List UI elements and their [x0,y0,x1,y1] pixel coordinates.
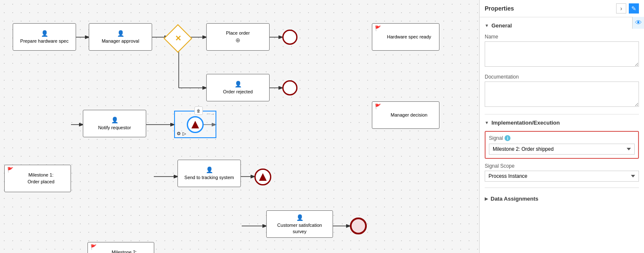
user-icon: 👤 [41,30,48,37]
implementation-section-header[interactable]: ▼ Implementation/Execution [485,120,639,126]
panel-header-icons: › ✎ [616,3,639,14]
user-icon-6: 👤 [296,214,303,221]
task-label-2: Manager approval [102,38,139,44]
milestone-label-1: Milestone 1:Order placed [8,172,67,185]
name-field-group: Name [485,34,639,68]
user-icon-2: 👤 [117,30,124,37]
task-prepare-hardware[interactable]: 👤 Prepare hardware spec [13,23,76,51]
delete-btn[interactable]: 🗑 [194,106,203,115]
signal-triangle [191,121,199,128]
scope-select[interactable]: Process Instance Global [485,171,639,182]
da-section-label: Data Assignments [491,196,538,202]
task-label: Prepare hardware spec [20,38,68,44]
bpmn-canvas[interactable]: 👤 Prepare hardware spec 👤 Manager approv… [0,0,479,253]
panel-content: ▼ General Name Documentation ▼ Implement… [480,17,644,209]
edit-panel-btn[interactable]: ✎ [629,3,639,14]
signal-label: Signal i [489,135,635,141]
signal-bottom-icons: ⚙ ▷ [177,131,186,136]
end-event-1 [282,30,297,45]
flag-icon-3: 🚩 [7,167,14,174]
task-order-rejected[interactable]: 👤 Order rejected [206,74,270,101]
doc-input[interactable] [485,82,639,107]
task-label-4: Hardware spec ready [376,34,436,40]
scope-label: Signal Scope [485,163,639,169]
task-manager-approval[interactable]: 👤 Manager approval [89,23,152,51]
signal-triangle-2 [259,173,267,181]
flag-icon-2: 🚩 [375,103,381,110]
milestone-label-2: Milestone 2:Order shipped [91,249,150,253]
task-manager-decision[interactable]: 🚩 Manager decision [372,101,439,129]
properties-panel: Properties › ✎ 👁 ▼ General Name Document… [479,0,644,253]
milestone-order-placed[interactable]: 🚩 Milestone 1:Order placed [4,165,71,192]
general-section-label: General [491,22,512,29]
task-label-6: Manager decision [376,112,436,118]
impl-toggle-icon: ▼ [485,120,489,125]
signal-throw-circle[interactable] [187,116,204,133]
flag-icon-4: 🚩 [90,244,97,251]
data-assignments-section-header[interactable]: ▶ Data Assignments [485,193,639,204]
end-event-2 [282,80,297,95]
scope-label-text: Signal Scope [485,163,515,169]
doc-field-group: Documentation [485,74,639,108]
task-place-order[interactable]: Place order ⊕ [206,23,270,51]
doc-label-text: Documentation [485,74,519,80]
scope-field-group: Signal Scope Process Instance Global [485,163,639,182]
name-input[interactable] [485,41,639,67]
task-survey[interactable]: 👤 Customer satisfcation survey [266,210,333,238]
task-send-tracking[interactable]: 👤 Send to tracking system [177,160,241,187]
general-toggle-icon: ▼ [485,23,489,28]
name-label: Name [485,34,639,40]
signal-throw-selected-box[interactable]: 🗑 ···→ ⚙ ▷ [174,111,216,138]
task-hardware-spec-ready[interactable]: 🚩 Hardware spec ready [372,23,439,51]
arrow-continue-icon: ···→ [207,112,215,116]
gateway-element[interactable]: ✕ [166,27,190,50]
task-label-9: Customer satisfcation survey [270,222,329,234]
signal-field-box: Signal i Milestone 2: Order shipped Mile… [485,131,639,159]
general-section-header[interactable]: ▼ General [485,22,639,29]
task-notify-requestor[interactable]: 👤 Notify requestor [83,110,146,137]
section-divider-2 [485,188,639,188]
da-toggle-icon: ▶ [485,196,488,201]
signal-select[interactable]: Milestone 2: Order shipped Milestone 1: … [489,144,635,155]
signal-info-icon[interactable]: i [505,135,510,141]
flag-icon-1: 🚩 [375,25,381,32]
gateway-icon: ✕ [175,35,181,42]
panel-header: Properties › ✎ [480,0,644,17]
signal-throw-2[interactable] [254,169,271,185]
task-label-3: Place order [226,30,250,36]
visibility-toggle[interactable]: 👁 [632,17,644,29]
end-event-3 [350,218,367,234]
milestone-order-shipped[interactable]: 🚩 Milestone 2:Order shipped [87,242,154,253]
collapse-panel-btn[interactable]: › [616,3,626,14]
name-label-text: Name [485,34,498,40]
task-label-5: Order rejected [223,89,253,95]
plus-icon: ⊕ [235,36,240,44]
task-label-7: Notify requestor [98,125,131,131]
doc-label: Documentation [485,74,639,80]
panel-title: Properties [485,5,514,12]
section-divider [485,114,639,114]
impl-section-label: Implementation/Execution [491,120,560,126]
user-icon-3: 👤 [235,80,242,88]
user-icon-4: 👤 [111,116,118,124]
user-icon-5: 👤 [206,166,213,174]
signal-label-text: Signal [489,135,503,141]
task-label-8: Send to tracking system [184,174,234,180]
